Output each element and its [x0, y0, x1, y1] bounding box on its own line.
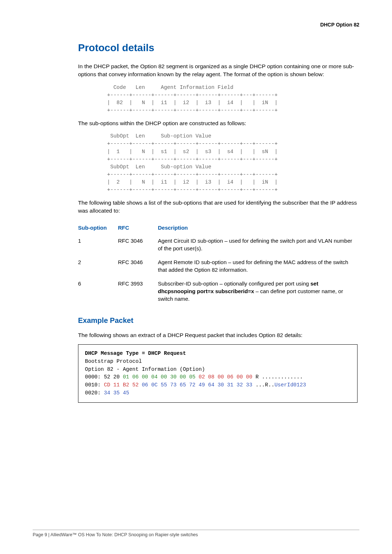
packet-hexdump: DHCP Message Type = DHCP Request Bootstr… [78, 344, 358, 403]
main-content: Protocol details In the DHCP packet, the… [78, 42, 358, 403]
table-header-rfc: RFC [118, 222, 158, 234]
table-row: 1 RFC 3046 Agent Circuit ID sub-option –… [78, 234, 358, 256]
table-row: 2 RFC 3046 Agent Remote ID sub-option – … [78, 256, 358, 277]
table-row: 6 RFC 3993 Subscriber-ID sub-option – op… [78, 277, 358, 306]
cell-suboption: 1 [78, 234, 118, 256]
packet-line: Option 82 - Agent Information (Option) [85, 366, 351, 374]
cell-rfc: RFC 3046 [118, 234, 158, 256]
suboption-table: Sub-option RFC Description 1 RFC 3046 Ag… [78, 222, 358, 306]
cell-description: Subscriber-ID sub-option – optionally co… [158, 277, 358, 306]
packet-hex-line: 0010: CD 11 B2 52 06 0C 55 73 65 72 49 6… [85, 381, 351, 389]
example-intro: The following shows an extract of a DHCP… [78, 331, 358, 339]
cell-suboption: 2 [78, 256, 118, 277]
option-format-diagram: Code Len Agent Information Field +------… [107, 84, 358, 114]
table-header-suboption: Sub-option [78, 222, 118, 234]
cell-rfc: RFC 3993 [118, 277, 158, 306]
packet-line: Bootstrap Protocol [85, 358, 351, 366]
suboption-intro: The sub-options within the DHCP option a… [78, 119, 358, 127]
suboption-format-diagram: SubOpt Len Sub-option Value +------+----… [107, 132, 358, 193]
page-footer: Page 9 | AlliedWare™ OS How To Note: DHC… [33, 530, 359, 537]
cell-suboption: 6 [78, 277, 118, 306]
packet-hex-line: 0020: 34 35 45 [85, 389, 351, 397]
cell-rfc: RFC 3046 [118, 256, 158, 277]
table-intro: The following table shows a list of the … [78, 199, 358, 215]
packet-hex-line: 0000: 52 20 01 06 00 04 00 30 00 05 02 0… [85, 373, 351, 381]
page-title: Protocol details [78, 42, 358, 54]
cell-description: Agent Circuit ID sub-option – used for d… [158, 234, 358, 256]
cell-description: Agent Remote ID sub-option – used for de… [158, 256, 358, 277]
page-header: DHCP Option 82 [33, 22, 359, 28]
packet-title: DHCP Message Type = DHCP Request [85, 350, 186, 356]
table-header-description: Description [158, 222, 358, 234]
intro-paragraph: In the DHCP packet, the Option 82 segmen… [78, 62, 358, 79]
example-heading: Example Packet [78, 316, 358, 325]
